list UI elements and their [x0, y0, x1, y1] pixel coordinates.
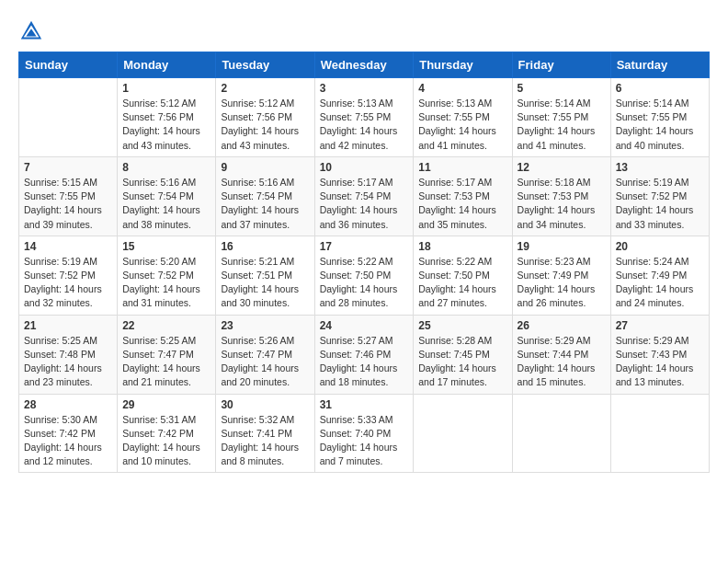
day-number: 10 [320, 161, 409, 174]
day-info: Sunrise: 5:25 AMSunset: 7:48 PMDaylight:… [24, 334, 112, 390]
day-info: Sunrise: 5:17 AMSunset: 7:54 PMDaylight:… [320, 176, 409, 232]
page-header [18, 18, 710, 44]
calendar-cell: 17Sunrise: 5:22 AMSunset: 7:50 PMDayligh… [314, 236, 414, 315]
day-info: Sunrise: 5:25 AMSunset: 7:47 PMDaylight:… [122, 334, 210, 390]
calendar-cell [610, 394, 709, 473]
day-number: 25 [418, 319, 506, 332]
day-number: 17 [320, 240, 409, 253]
day-number: 30 [221, 398, 309, 411]
logo [18, 18, 48, 44]
weekday-header: Tuesday [216, 52, 314, 78]
day-number: 24 [320, 319, 409, 332]
weekday-header: Monday [118, 52, 216, 78]
day-number: 2 [221, 82, 309, 95]
calendar-week-row: 21Sunrise: 5:25 AMSunset: 7:48 PMDayligh… [19, 315, 710, 394]
calendar-cell: 29Sunrise: 5:31 AMSunset: 7:42 PMDayligh… [118, 394, 216, 473]
day-info: Sunrise: 5:14 AMSunset: 7:55 PMDaylight:… [518, 97, 606, 153]
calendar-cell [19, 78, 118, 157]
weekday-header: Thursday [414, 52, 512, 78]
calendar-cell: 25Sunrise: 5:28 AMSunset: 7:45 PMDayligh… [414, 315, 512, 394]
calendar-week-row: 1Sunrise: 5:12 AMSunset: 7:56 PMDaylight… [19, 78, 710, 157]
day-info: Sunrise: 5:16 AMSunset: 7:54 PMDaylight:… [221, 176, 309, 232]
day-info: Sunrise: 5:22 AMSunset: 7:50 PMDaylight:… [418, 255, 506, 311]
calendar-week-row: 14Sunrise: 5:19 AMSunset: 7:52 PMDayligh… [19, 236, 710, 315]
day-info: Sunrise: 5:26 AMSunset: 7:47 PMDaylight:… [221, 334, 309, 390]
day-number: 3 [320, 82, 409, 95]
calendar-cell: 26Sunrise: 5:29 AMSunset: 7:44 PMDayligh… [512, 315, 610, 394]
calendar-cell: 8Sunrise: 5:16 AMSunset: 7:54 PMDaylight… [118, 156, 216, 236]
weekday-header: Sunday [19, 52, 118, 78]
calendar-cell: 30Sunrise: 5:32 AMSunset: 7:41 PMDayligh… [216, 394, 314, 473]
weekday-header: Friday [512, 52, 610, 78]
day-number: 1 [122, 82, 210, 95]
day-info: Sunrise: 5:28 AMSunset: 7:45 PMDaylight:… [418, 334, 506, 390]
calendar-cell: 23Sunrise: 5:26 AMSunset: 7:47 PMDayligh… [216, 315, 314, 394]
day-number: 5 [518, 82, 606, 95]
calendar-cell: 10Sunrise: 5:17 AMSunset: 7:54 PMDayligh… [314, 156, 414, 236]
calendar-cell: 24Sunrise: 5:27 AMSunset: 7:46 PMDayligh… [314, 315, 414, 394]
calendar-cell: 18Sunrise: 5:22 AMSunset: 7:50 PMDayligh… [414, 236, 512, 315]
calendar-cell: 20Sunrise: 5:24 AMSunset: 7:49 PMDayligh… [610, 236, 709, 315]
day-number: 7 [24, 161, 112, 174]
day-number: 21 [24, 319, 112, 332]
calendar-cell: 27Sunrise: 5:29 AMSunset: 7:43 PMDayligh… [610, 315, 709, 394]
calendar-cell: 21Sunrise: 5:25 AMSunset: 7:48 PMDayligh… [19, 315, 118, 394]
calendar-cell [512, 394, 610, 473]
calendar-cell: 2Sunrise: 5:12 AMSunset: 7:56 PMDaylight… [216, 78, 314, 157]
weekday-header: Saturday [610, 52, 709, 78]
calendar-cell: 9Sunrise: 5:16 AMSunset: 7:54 PMDaylight… [216, 156, 314, 236]
day-info: Sunrise: 5:18 AMSunset: 7:53 PMDaylight:… [518, 176, 606, 232]
logo-icon [18, 18, 44, 44]
calendar-cell [414, 394, 512, 473]
calendar-cell: 19Sunrise: 5:23 AMSunset: 7:49 PMDayligh… [512, 236, 610, 315]
calendar-cell: 28Sunrise: 5:30 AMSunset: 7:42 PMDayligh… [19, 394, 118, 473]
calendar-header-row: SundayMondayTuesdayWednesdayThursdayFrid… [19, 52, 710, 78]
calendar-cell: 12Sunrise: 5:18 AMSunset: 7:53 PMDayligh… [512, 156, 610, 236]
day-info: Sunrise: 5:31 AMSunset: 7:42 PMDaylight:… [122, 413, 210, 469]
calendar-cell: 15Sunrise: 5:20 AMSunset: 7:52 PMDayligh… [118, 236, 216, 315]
day-number: 27 [616, 319, 704, 332]
calendar-body: 1Sunrise: 5:12 AMSunset: 7:56 PMDaylight… [19, 78, 710, 473]
day-number: 29 [122, 398, 210, 411]
day-number: 20 [616, 240, 704, 253]
day-number: 28 [24, 398, 112, 411]
day-number: 8 [122, 161, 210, 174]
day-info: Sunrise: 5:19 AMSunset: 7:52 PMDaylight:… [24, 255, 112, 311]
day-number: 16 [221, 240, 309, 253]
calendar-cell: 6Sunrise: 5:14 AMSunset: 7:55 PMDaylight… [610, 78, 709, 157]
day-info: Sunrise: 5:21 AMSunset: 7:51 PMDaylight:… [221, 255, 309, 311]
day-number: 18 [418, 240, 506, 253]
calendar-cell: 31Sunrise: 5:33 AMSunset: 7:40 PMDayligh… [314, 394, 414, 473]
calendar-cell: 1Sunrise: 5:12 AMSunset: 7:56 PMDaylight… [118, 78, 216, 157]
day-info: Sunrise: 5:14 AMSunset: 7:55 PMDaylight:… [616, 97, 704, 153]
day-number: 13 [616, 161, 704, 174]
calendar-cell: 5Sunrise: 5:14 AMSunset: 7:55 PMDaylight… [512, 78, 610, 157]
calendar-cell: 16Sunrise: 5:21 AMSunset: 7:51 PMDayligh… [216, 236, 314, 315]
day-info: Sunrise: 5:13 AMSunset: 7:55 PMDaylight:… [320, 97, 409, 153]
day-number: 22 [122, 319, 210, 332]
day-info: Sunrise: 5:17 AMSunset: 7:53 PMDaylight:… [418, 176, 506, 232]
day-number: 9 [221, 161, 309, 174]
day-info: Sunrise: 5:12 AMSunset: 7:56 PMDaylight:… [221, 97, 309, 153]
day-info: Sunrise: 5:30 AMSunset: 7:42 PMDaylight:… [24, 413, 112, 469]
day-info: Sunrise: 5:22 AMSunset: 7:50 PMDaylight:… [320, 255, 409, 311]
day-number: 19 [518, 240, 606, 253]
calendar-cell: 13Sunrise: 5:19 AMSunset: 7:52 PMDayligh… [610, 156, 709, 236]
calendar-week-row: 7Sunrise: 5:15 AMSunset: 7:55 PMDaylight… [19, 156, 710, 236]
calendar-cell: 7Sunrise: 5:15 AMSunset: 7:55 PMDaylight… [19, 156, 118, 236]
calendar-cell: 11Sunrise: 5:17 AMSunset: 7:53 PMDayligh… [414, 156, 512, 236]
calendar-cell: 3Sunrise: 5:13 AMSunset: 7:55 PMDaylight… [314, 78, 414, 157]
day-number: 23 [221, 319, 309, 332]
calendar-week-row: 28Sunrise: 5:30 AMSunset: 7:42 PMDayligh… [19, 394, 710, 473]
day-info: Sunrise: 5:12 AMSunset: 7:56 PMDaylight:… [122, 97, 210, 153]
day-info: Sunrise: 5:24 AMSunset: 7:49 PMDaylight:… [616, 255, 704, 311]
calendar: SundayMondayTuesdayWednesdayThursdayFrid… [18, 52, 710, 473]
day-number: 31 [320, 398, 409, 411]
day-number: 14 [24, 240, 112, 253]
day-number: 11 [418, 161, 506, 174]
day-number: 15 [122, 240, 210, 253]
day-info: Sunrise: 5:29 AMSunset: 7:43 PMDaylight:… [616, 334, 704, 390]
day-number: 6 [616, 82, 704, 95]
day-number: 12 [518, 161, 606, 174]
day-number: 4 [418, 82, 506, 95]
